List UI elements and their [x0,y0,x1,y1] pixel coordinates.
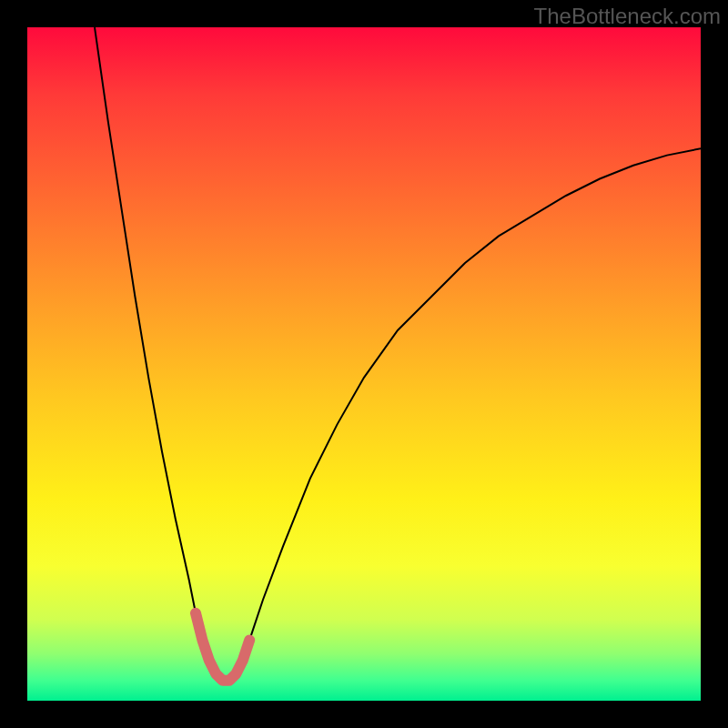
plot-area [27,27,701,701]
chart-root: TheBottleneck.com [0,0,728,728]
bottleneck-curve [95,27,701,681]
watermark-text: TheBottleneck.com [534,4,721,29]
highlight-u [196,613,249,681]
curve-svg [27,27,701,701]
